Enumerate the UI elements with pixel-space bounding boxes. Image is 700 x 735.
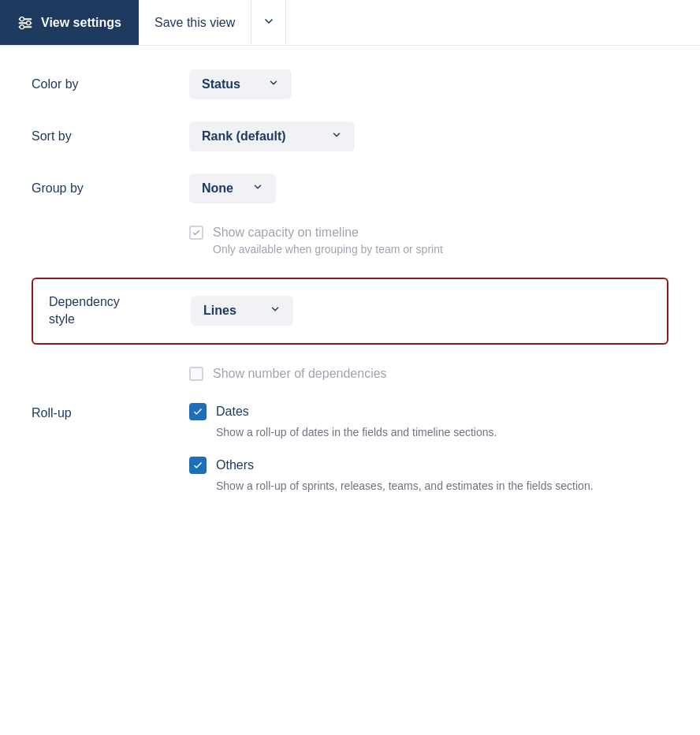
view-settings-button[interactable]: View settings [0, 0, 139, 45]
chevron-down-icon [268, 77, 279, 91]
dependency-section: Dependency style Lines [32, 278, 668, 345]
view-settings-label: View settings [41, 16, 121, 30]
settings-content: Color by Status Sort by Rank (default) G… [0, 46, 700, 534]
capacity-row: Show capacity on timeline Only available… [189, 226, 668, 256]
sort-by-value: Rank (default) [202, 129, 286, 144]
rollup-dates-desc: Show a roll-up of dates in the fields an… [216, 424, 594, 441]
settings-icon [17, 15, 33, 31]
svg-point-5 [20, 24, 24, 28]
capacity-note: Only available when grouping by team or … [213, 243, 668, 256]
color-by-row: Color by Status [32, 69, 668, 99]
color-by-dropdown[interactable]: Status [189, 69, 292, 99]
rollup-others-header: Others [189, 457, 594, 474]
group-by-value: None [202, 181, 233, 196]
group-by-label: Group by [32, 181, 189, 196]
chevron-down-icon [252, 181, 263, 196]
svg-point-3 [20, 17, 24, 21]
show-deps-row: Show number of dependencies [189, 367, 668, 381]
rollup-others-item: Others Show a roll-up of sprints, releas… [189, 457, 594, 494]
dependency-style-dropdown[interactable]: Lines [191, 296, 293, 326]
rollup-dates-header: Dates [189, 403, 594, 420]
header: View settings Save this view [0, 0, 700, 46]
group-by-dropdown[interactable]: None [189, 173, 276, 203]
show-deps-label: Show number of dependencies [213, 367, 387, 381]
chevron-down-icon [331, 129, 342, 144]
rollup-dates-title: Dates [216, 405, 249, 419]
rollup-section: Roll-up Dates Show a roll-up of dates in… [32, 403, 668, 494]
save-view-label: Save this view [155, 16, 235, 30]
rollup-label: Roll-up [32, 403, 189, 420]
chevron-down-icon [262, 15, 275, 30]
capacity-item: Show capacity on timeline [189, 226, 668, 240]
rollup-dates-checkbox[interactable] [189, 403, 207, 420]
chevron-down-icon [270, 304, 281, 318]
sort-by-row: Sort by Rank (default) [32, 121, 668, 151]
rollup-others-desc: Show a roll-up of sprints, releases, tea… [216, 478, 594, 494]
rollup-others-title: Others [216, 458, 254, 472]
sort-by-label: Sort by [32, 129, 189, 144]
rollup-items: Dates Show a roll-up of dates in the fie… [189, 403, 594, 494]
show-deps-checkbox[interactable] [189, 367, 203, 381]
dependency-style-value: Lines [203, 304, 236, 318]
rollup-others-checkbox[interactable] [189, 457, 207, 474]
save-view-button[interactable]: Save this view [139, 0, 251, 45]
save-view-dropdown-button[interactable] [251, 0, 286, 45]
rollup-dates-item: Dates Show a roll-up of dates in the fie… [189, 403, 594, 441]
capacity-checkbox[interactable] [189, 226, 203, 240]
capacity-label: Show capacity on timeline [213, 226, 359, 240]
svg-point-4 [27, 21, 31, 24]
group-by-row: Group by None [32, 173, 668, 203]
color-by-value: Status [202, 77, 240, 91]
dependency-style-label: Dependency style [49, 293, 191, 329]
color-by-label: Color by [32, 77, 189, 91]
sort-by-dropdown[interactable]: Rank (default) [189, 121, 355, 151]
